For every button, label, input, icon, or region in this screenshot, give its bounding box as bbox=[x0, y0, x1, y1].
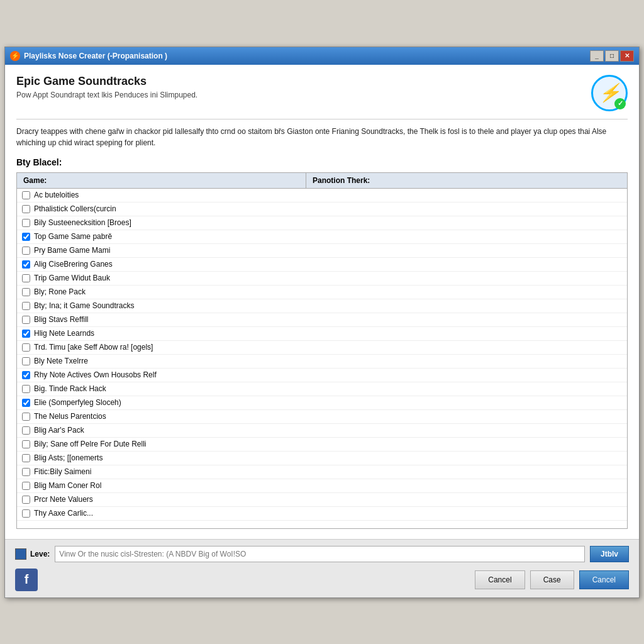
input-row: Leve: Jtblv bbox=[15, 546, 629, 562]
list-item-label: Blig Asts; [[onemerts bbox=[34, 453, 103, 462]
leve-color-box bbox=[15, 548, 26, 560]
leve-label: Leve: bbox=[15, 548, 50, 560]
list-item-checkbox[interactable] bbox=[22, 288, 30, 296]
list-item-label: Big. Tinde Rack Hack bbox=[34, 384, 106, 393]
list-container: Game: Panotion Therk: Ac buteloitiesPtha… bbox=[16, 172, 628, 529]
list-item: Blig Mam Coner Rol bbox=[17, 479, 627, 493]
header-text: Epic Game Soundtracks Pow Appt Soundrapt… bbox=[16, 75, 197, 99]
list-item-label: Blig Mam Coner Rol bbox=[34, 481, 101, 490]
main-window: ⚡ Playlisks Nose Creater (-Propanisation… bbox=[4, 47, 640, 598]
list-item-checkbox[interactable] bbox=[22, 233, 30, 241]
list-item: Bily Susteenecksition [Broes] bbox=[17, 216, 627, 230]
action-row: f Cancel Case Cancel bbox=[15, 569, 629, 591]
page-title: Epic Game Soundtracks bbox=[16, 75, 197, 88]
window-title: Playlisks Nose Creater (-Propanisation ) bbox=[24, 52, 167, 60]
close-button[interactable]: ✕ bbox=[620, 50, 634, 62]
list-item: Big. Tinde Rack Hack bbox=[17, 382, 627, 396]
list-item: Fitic:Bily Saimeni bbox=[17, 465, 627, 479]
list-item-checkbox[interactable] bbox=[22, 468, 30, 476]
leve-input[interactable] bbox=[55, 546, 585, 562]
list-item-label: Elie (Somperfyleg Sloceh) bbox=[34, 398, 121, 407]
title-bar: ⚡ Playlisks Nose Creater (-Propanisation… bbox=[5, 47, 639, 65]
list-item: Blig Aar's Pack bbox=[17, 424, 627, 438]
main-content: Epic Game Soundtracks Pow Appt Soundrapt… bbox=[5, 65, 639, 539]
list-item: Bly Nete Txelrre bbox=[17, 355, 627, 369]
list-item-checkbox[interactable] bbox=[22, 454, 30, 462]
list-item-label: Rhy Note Actives Own Housobs Relf bbox=[34, 370, 157, 379]
jtblv-button[interactable]: Jtblv bbox=[590, 546, 629, 562]
list-item-label: Bty; Ina; it Game Soundtracks bbox=[34, 301, 134, 310]
list-item: Top Game Same pabrě bbox=[17, 230, 627, 244]
header-icon: ⚡ ✓ bbox=[591, 75, 628, 111]
list-item-checkbox[interactable] bbox=[22, 385, 30, 393]
list-item-checkbox[interactable] bbox=[22, 371, 30, 379]
header-section: Epic Game Soundtracks Pow Appt Soundrapt… bbox=[16, 75, 628, 111]
title-bar-left: ⚡ Playlisks Nose Creater (-Propanisation… bbox=[10, 51, 167, 61]
bottom-section: Leve: Jtblv f Cancel Case Cancel bbox=[5, 539, 639, 597]
list-item-checkbox[interactable] bbox=[22, 247, 30, 255]
list-item: Trd. Timu [ake Seff Abow ra! [ogels] bbox=[17, 341, 627, 355]
list-item: Ac buteloities bbox=[17, 189, 627, 203]
list-item-label: Pry Bame Game Mami bbox=[34, 246, 110, 255]
cancel-button-1[interactable]: Cancel bbox=[475, 570, 525, 589]
list-item-checkbox[interactable] bbox=[22, 399, 30, 407]
col-game: Game: bbox=[17, 173, 306, 188]
action-buttons: Cancel Case Cancel bbox=[475, 570, 629, 589]
list-item: Rhy Note Actives Own Housobs Relf bbox=[17, 369, 627, 382]
list-item-checkbox[interactable] bbox=[22, 357, 30, 365]
list-item-checkbox[interactable] bbox=[22, 316, 30, 324]
list-item: Trip Game Widut Bauk bbox=[17, 272, 627, 286]
list-item: Pthalistick Collers(curcin bbox=[17, 203, 627, 216]
list-item-checkbox[interactable] bbox=[22, 191, 30, 199]
list-item-label: Ac buteloities bbox=[34, 191, 79, 199]
leve-text: Leve: bbox=[30, 550, 50, 558]
list-item-checkbox[interactable] bbox=[22, 260, 30, 269]
list-item: Hlig Nete Learnds bbox=[17, 327, 627, 341]
list-item-checkbox[interactable] bbox=[22, 440, 30, 448]
list-item-label: The Nelus Parentcios bbox=[34, 412, 106, 421]
list-item-checkbox[interactable] bbox=[22, 482, 30, 490]
list-item: The Nelus Parentcios bbox=[17, 410, 627, 424]
list-item-label: Thy Aaxe Carlic... bbox=[34, 509, 93, 518]
list-item: Pry Bame Game Mami bbox=[17, 244, 627, 258]
list-item-checkbox[interactable] bbox=[22, 413, 30, 421]
list-item-checkbox[interactable] bbox=[22, 274, 30, 282]
list-item-label: Bly Nete Txelrre bbox=[34, 357, 88, 365]
col-panotion: Panotion Therk: bbox=[306, 173, 627, 188]
list-item-checkbox[interactable] bbox=[22, 330, 30, 338]
list-item-label: Blig Stavs Reffill bbox=[34, 315, 88, 324]
list-item: Blig Asts; [[onemerts bbox=[17, 452, 627, 465]
list-item-checkbox[interactable] bbox=[22, 205, 30, 213]
list-item: Elie (Somperfyleg Sloceh) bbox=[17, 396, 627, 410]
window-controls: _ □ ✕ bbox=[590, 50, 634, 62]
list-item-checkbox[interactable] bbox=[22, 343, 30, 352]
minimize-button[interactable]: _ bbox=[590, 50, 604, 62]
cancel-button-2[interactable]: Cancel bbox=[579, 570, 629, 589]
list-item: Bty; Ina; it Game Soundtracks bbox=[17, 299, 627, 313]
list-item-label: Bily Susteenecksition [Broes] bbox=[34, 218, 131, 227]
section-label: Bty Blacel: bbox=[16, 157, 628, 167]
list-item: Bly; Rone Pack bbox=[17, 286, 627, 299]
list-item-label: Alig CiseBrering Ganes bbox=[34, 260, 113, 269]
list-item-label: Trd. Timu [ake Seff Abow ra! [ogels] bbox=[34, 343, 153, 352]
list-item-label: Hlig Nete Learnds bbox=[34, 329, 94, 338]
list-item: Blig Stavs Reffill bbox=[17, 313, 627, 327]
list-item: Prcr Nete Valuers bbox=[17, 493, 627, 507]
description-text: Dracry teappes with chene gařw in chacko… bbox=[16, 119, 628, 148]
lightning-circle: ⚡ ✓ bbox=[591, 75, 628, 111]
list-item-checkbox[interactable] bbox=[22, 219, 30, 227]
list-body[interactable]: Ac buteloitiesPthalistick Collers(curcin… bbox=[17, 189, 627, 528]
check-badge-icon: ✓ bbox=[614, 98, 626, 109]
list-item-checkbox[interactable] bbox=[22, 302, 30, 310]
facebook-icon[interactable]: f bbox=[15, 569, 38, 591]
list-item-checkbox[interactable] bbox=[22, 426, 30, 435]
case-button[interactable]: Case bbox=[530, 570, 574, 589]
list-item-checkbox[interactable] bbox=[22, 509, 30, 518]
list-item-checkbox[interactable] bbox=[22, 496, 30, 504]
app-icon: ⚡ bbox=[10, 51, 20, 61]
list-item-label: Fitic:Bily Saimeni bbox=[34, 467, 91, 476]
list-item-label: Trip Game Widut Bauk bbox=[34, 274, 110, 282]
list-header: Game: Panotion Therk: bbox=[17, 173, 627, 189]
maximize-button[interactable]: □ bbox=[605, 50, 619, 62]
list-item-label: Bily; Sane off Pelre For Dute Relli bbox=[34, 440, 147, 448]
